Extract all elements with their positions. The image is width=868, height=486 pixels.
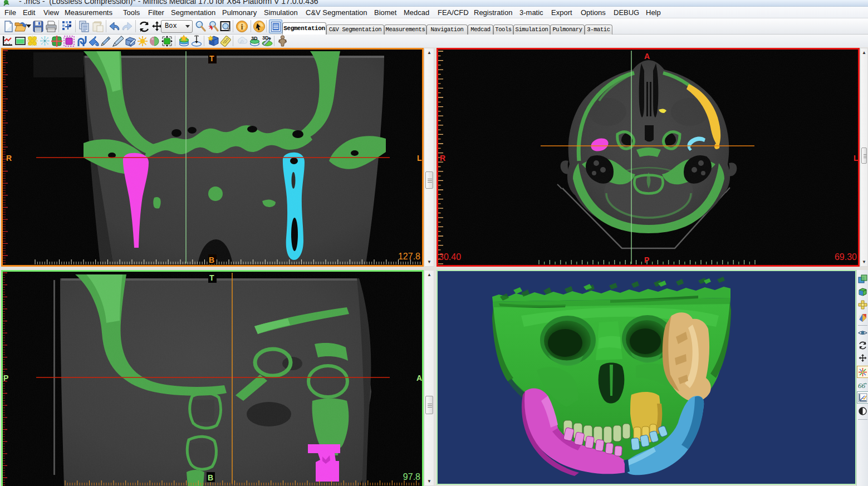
svg-text:B: B bbox=[209, 256, 214, 264]
svg-text:127.8: 127.8 bbox=[398, 252, 420, 261]
svg-text:69.30: 69.30 bbox=[835, 252, 857, 262]
svg-text:66: 66 bbox=[858, 381, 866, 390]
svg-text:30.40: 30.40 bbox=[439, 252, 461, 262]
svg-text:L: L bbox=[854, 154, 858, 163]
svg-text:T: T bbox=[209, 273, 214, 282]
svg-text:3D: 3D bbox=[251, 36, 258, 41]
svg-text:97.8: 97.8 bbox=[403, 472, 420, 482]
svg-text:R: R bbox=[440, 154, 445, 163]
svg-text:B: B bbox=[208, 473, 213, 482]
svg-text:A: A bbox=[416, 374, 422, 382]
svg-text:T: T bbox=[209, 54, 214, 63]
svg-text:L: L bbox=[417, 154, 422, 163]
svg-text:R: R bbox=[6, 154, 12, 163]
svg-text:A: A bbox=[644, 52, 650, 61]
svg-text:3D: 3D bbox=[262, 35, 269, 41]
svg-text:P: P bbox=[3, 374, 8, 382]
svg-text:P: P bbox=[644, 256, 649, 264]
svg-text:i: i bbox=[241, 22, 243, 31]
